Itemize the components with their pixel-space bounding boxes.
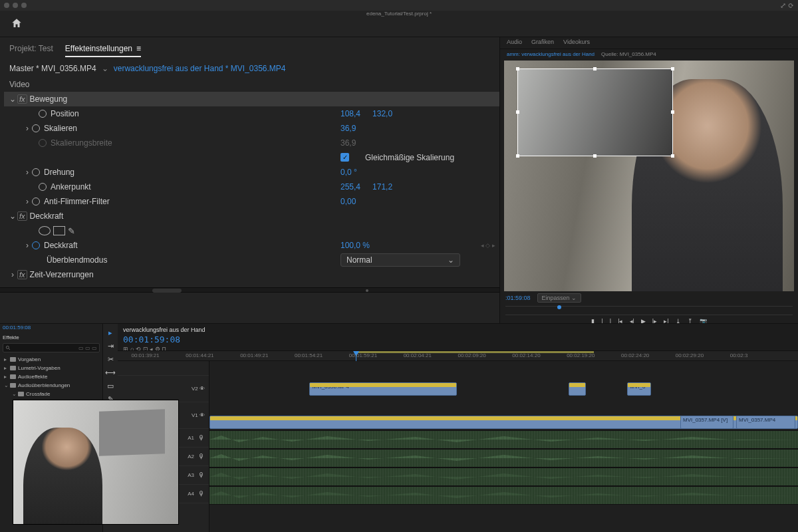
track-select-tool-icon[interactable]: ⇥ (106, 341, 115, 350)
prop-ankerpunkt[interactable]: Ankerpunkt 255,4 171,2 (4, 180, 499, 194)
prop-blendmode[interactable]: Überblendmodus Normal (4, 253, 499, 267)
stopwatch-icon[interactable] (32, 124, 40, 132)
pip-transform-box[interactable] (517, 68, 673, 156)
prop-uniform-scale[interactable]: ✓ Gleichmäßige Skalierung (4, 150, 499, 165)
ellipse-mask-icon[interactable] (39, 226, 51, 235)
breadcrumb-sequence-clip[interactable]: verwacklungsfrei aus der Hand * MVI_0356… (114, 64, 286, 73)
workspace-tab-videokurs[interactable]: Videokurs (563, 39, 590, 49)
prop-position[interactable]: Position 108,4 132,0 (4, 106, 499, 121)
prop-anti-flimmer[interactable]: › Anti-Flimmer-Filter 0,00 (4, 194, 499, 209)
fx-badge-icon[interactable]: fx (17, 94, 27, 104)
value-anti-flimmer[interactable]: 0,00 (340, 197, 356, 206)
audio-track[interactable] (209, 449, 798, 467)
value-drehung[interactable]: 0,0 ° (340, 168, 357, 177)
effect-deckkraft[interactable]: ⌄ fx Deckkraft (4, 209, 499, 223)
transform-handle[interactable] (671, 67, 674, 70)
transform-handle[interactable] (671, 110, 674, 114)
workspace-tab-audio[interactable]: Audio (507, 39, 522, 49)
program-source-name: Quelle: MVI_0356.MP4 (601, 51, 656, 57)
stopwatch-icon[interactable] (39, 183, 47, 191)
slip-tool-icon[interactable]: ▭ (106, 381, 115, 390)
window-traffic-lights[interactable] (4, 3, 27, 8)
program-monitor-panel: Audio Grafiken Videokurs amm: verwacklun… (500, 37, 798, 323)
transform-handle[interactable] (671, 154, 674, 158)
value-position-y[interactable]: 132,0 (372, 109, 392, 118)
program-sequence-name[interactable]: amm: verwacklungsfrei aus der Hand (507, 51, 595, 57)
twisty-down-icon[interactable]: ⌄ (9, 211, 16, 221)
prop-deckkraft-value[interactable]: › Deckkraft 100,0 % ◂ ◇ ▸ (4, 238, 499, 253)
fx-badge-icon[interactable]: fx (17, 211, 27, 221)
program-scrubber[interactable] (505, 306, 793, 315)
fx-badge-icon[interactable]: fx (17, 270, 27, 279)
twisty-down-icon[interactable]: ⌄ (9, 94, 16, 104)
value-position-x[interactable]: 108,4 (340, 109, 360, 118)
video-clip[interactable]: MVI_0357.MP4 (736, 416, 795, 429)
ripple-tool-icon[interactable]: ✂ (106, 354, 115, 364)
project-filename: edena_Tutorial/Test.prproj * (366, 11, 432, 17)
audio-track[interactable] (209, 486, 798, 505)
timeline-tracks[interactable]: MVI_0356.MP4 MVI_0 MVI_0357.MP4 [V] MVI_… (209, 361, 798, 532)
selection-tool-icon[interactable]: ▸ (106, 328, 115, 337)
twisty-right-icon[interactable]: › (24, 241, 31, 250)
titlebar-right-icons[interactable]: ⤢ ⟳ (780, 1, 794, 10)
stopwatch-icon[interactable] (39, 110, 47, 118)
svg-point-0 (6, 346, 9, 348)
program-timecode[interactable]: :01:59:08 (505, 295, 531, 301)
transform-handle[interactable] (516, 67, 519, 70)
tab-effect-settings[interactable]: Effekteinstellungen≡ (65, 41, 141, 57)
video-clip[interactable]: MVI_0 (627, 382, 650, 396)
timeline-ruler[interactable]: 00:01:39:21 00:01:44:21 00:01:49:21 00:0… (118, 350, 798, 361)
prop-skalieren[interactable]: › Skalieren 36,9 (4, 121, 499, 136)
chevron-down-icon[interactable]: ⌄ (102, 64, 108, 73)
tab-project[interactable]: Projekt: Test (9, 41, 53, 57)
value-anker-y[interactable]: 171,2 (372, 182, 392, 192)
folder-icon (10, 366, 16, 370)
value-anker-x[interactable]: 255,4 (340, 182, 360, 192)
webcam-presenter (23, 428, 102, 524)
workspace-tab-grafiken[interactable]: Grafiken (531, 39, 554, 49)
panel-divider[interactable] (0, 287, 499, 293)
rect-mask-icon[interactable] (53, 226, 65, 235)
value-skalieren[interactable]: 36,9 (340, 124, 356, 133)
folder-icon (10, 374, 16, 379)
razor-tool-icon[interactable]: ⟷ (106, 368, 115, 377)
filter-badges[interactable]: ▭ ▭ ▭ (78, 345, 97, 351)
svg-line-1 (9, 348, 10, 350)
stopwatch-icon[interactable] (32, 198, 40, 205)
transform-handle[interactable] (516, 110, 519, 114)
twisty-right-icon[interactable]: › (24, 168, 31, 177)
tab-effects-browser[interactable]: Effekte (0, 333, 102, 342)
twisty-right-icon[interactable]: › (24, 124, 31, 133)
blendmode-select[interactable]: Normal (340, 253, 460, 267)
twisty-right-icon[interactable]: › (9, 270, 16, 279)
audio-track[interactable] (209, 467, 798, 486)
program-monitor-canvas[interactable] (504, 61, 794, 291)
transform-handle[interactable] (593, 154, 597, 158)
prop-drehung[interactable]: › Drehung 0,0 ° (4, 165, 499, 180)
video-clip[interactable]: MVI_0357.MP4 [V] (680, 416, 733, 429)
keyframe-nav[interactable]: ◂ ◇ ▸ (481, 242, 495, 249)
transform-handle[interactable] (593, 67, 597, 70)
timeline-timecode[interactable]: 00:01:59:08 (123, 334, 793, 344)
titlebar: edena_Tutorial/Test.prproj * ⤢ ⟳ (0, 0, 798, 11)
effects-search-input[interactable]: ▭ ▭ ▭ (3, 343, 100, 352)
effect-bewegung[interactable]: ⌄ fx Bewegung (4, 92, 499, 106)
prop-skalierungsbreite: Skalierungsbreite 36,9 (4, 136, 499, 150)
sequence-name-tab[interactable]: verwacklungsfrei aus der Hand (123, 327, 793, 333)
stopwatch-active-icon[interactable] (32, 241, 40, 249)
playhead-icon[interactable] (557, 305, 561, 309)
pen-mask-icon[interactable]: ✎ (68, 226, 75, 236)
checkbox-uniform-scale[interactable]: ✓ (340, 153, 349, 162)
home-icon[interactable] (11, 17, 23, 31)
effect-zeit-verzerrungen[interactable]: › fx Zeit-Verzerrungen (4, 267, 499, 282)
panel-menu-icon[interactable]: ≡ (136, 44, 141, 53)
zoom-fit-dropdown[interactable]: Einpassen ⌄ (537, 293, 582, 303)
stopwatch-icon[interactable] (32, 168, 40, 176)
breadcrumb-master[interactable]: Master * MVI_0356.MP4 (9, 64, 96, 73)
twisty-right-icon[interactable]: › (24, 197, 31, 206)
value-deckkraft[interactable]: 100,0 % (340, 241, 370, 250)
video-clip[interactable]: MVI_0356.MP4 (309, 382, 456, 396)
audio-track[interactable] (209, 430, 798, 449)
transform-handle[interactable] (516, 154, 519, 158)
video-clip[interactable] (569, 382, 587, 396)
